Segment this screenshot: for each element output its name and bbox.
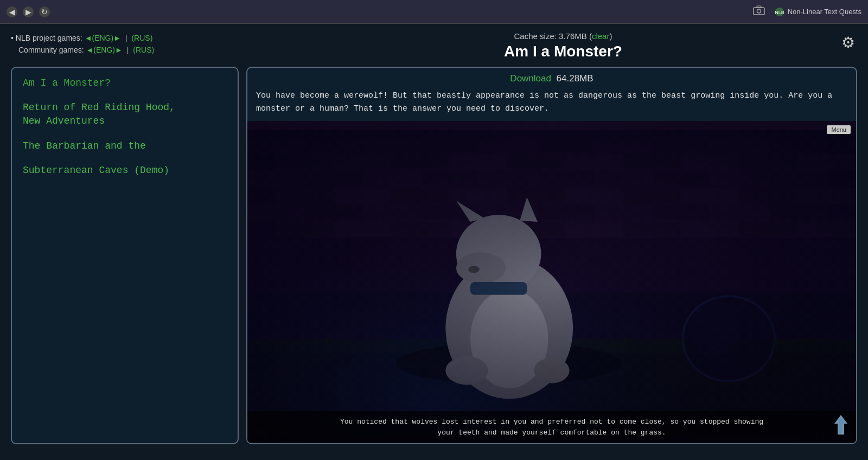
content-area: Am I a Monster? Return of Red Riding Hoo…	[11, 67, 857, 444]
settings-button[interactable]: ⚙	[839, 31, 857, 54]
header: • NLB project games: ◄(ENG)► | (RUS) Com…	[11, 31, 857, 60]
camera-icon[interactable]	[753, 5, 765, 18]
forward-button[interactable]: ▶	[23, 7, 34, 17]
browser-title: Non-Linear Text Quests	[788, 8, 861, 16]
community-eng-link[interactable]: ◄(ENG)►	[86, 46, 122, 54]
separator-2: |	[127, 46, 129, 54]
sidebar: Am I a Monster? Return of Red Riding Hoo…	[11, 67, 239, 444]
svg-rect-0	[754, 8, 764, 15]
app-container: • NLB project games: ◄(ENG)► | (RUS) Com…	[0, 24, 868, 460]
browser-bar: ◀ ▶ ↻ NLB Non-Linear Text Quests	[0, 0, 868, 24]
game-image: Menu You noticed that wolves lost intere…	[247, 121, 856, 443]
nlb-label: • NLB project games:	[11, 34, 82, 42]
main-game-title: Am I a Monster?	[287, 43, 839, 60]
header-nav: • NLB project games: ◄(ENG)► | (RUS) Com…	[11, 31, 287, 58]
svg-text:NLB: NLB	[775, 10, 784, 15]
right-panel: Download 64.28MB You have become a werew…	[246, 67, 857, 444]
game-image-container: Menu You noticed that wolves lost intere…	[247, 121, 856, 443]
cache-info: Cache size: 3.76MB (clear)	[287, 31, 839, 41]
panel-header: Download 64.28MB	[247, 68, 856, 90]
community-nav-row: Community games: ◄(ENG)► | (RUS)	[11, 46, 287, 54]
svg-rect-86	[247, 130, 856, 435]
nlb-rus-link[interactable]: (RUS)	[131, 34, 152, 42]
scene-svg	[247, 121, 856, 443]
cache-suffix: )	[609, 31, 612, 41]
cache-prefix: Cache size: 3.76MB (	[514, 31, 592, 41]
download-label: Download	[510, 73, 551, 84]
cache-clear-link[interactable]: clear	[592, 31, 610, 41]
game-description: You have become a werewolf! But that bea…	[247, 90, 856, 121]
header-center: Cache size: 3.76MB (clear) Am I a Monste…	[287, 31, 839, 60]
community-rus-link[interactable]: (RUS)	[133, 46, 154, 54]
sidebar-item-2[interactable]: The Barbarian and the	[23, 139, 227, 153]
nlb-nav-row: • NLB project games: ◄(ENG)► | (RUS)	[11, 34, 287, 42]
scroll-down-icon	[833, 414, 848, 436]
nlb-eng-link[interactable]: ◄(ENG)►	[85, 34, 121, 42]
image-caption: You noticed that wolves lost interest in…	[247, 411, 856, 443]
sidebar-item-1[interactable]: Return of Red Riding Hood, New Adventure…	[23, 101, 227, 128]
scroll-down-button[interactable]	[833, 414, 848, 436]
app-logo-icon: NLB	[775, 7, 784, 17]
community-label: Community games:	[18, 46, 84, 54]
refresh-button[interactable]: ↻	[39, 7, 50, 17]
sidebar-item-0[interactable]: Am I a Monster?	[23, 76, 227, 90]
download-size: 64.28MB	[557, 73, 593, 84]
back-button[interactable]: ◀	[7, 7, 17, 17]
svg-point-1	[757, 9, 761, 13]
menu-badge[interactable]: Menu	[827, 125, 851, 134]
caption-text: You noticed that wolves lost interest in…	[340, 418, 763, 437]
separator-1: |	[125, 34, 127, 42]
svg-rect-2	[757, 6, 761, 8]
sidebar-item-3[interactable]: Subterranean Caves (Demo)	[23, 164, 227, 177]
